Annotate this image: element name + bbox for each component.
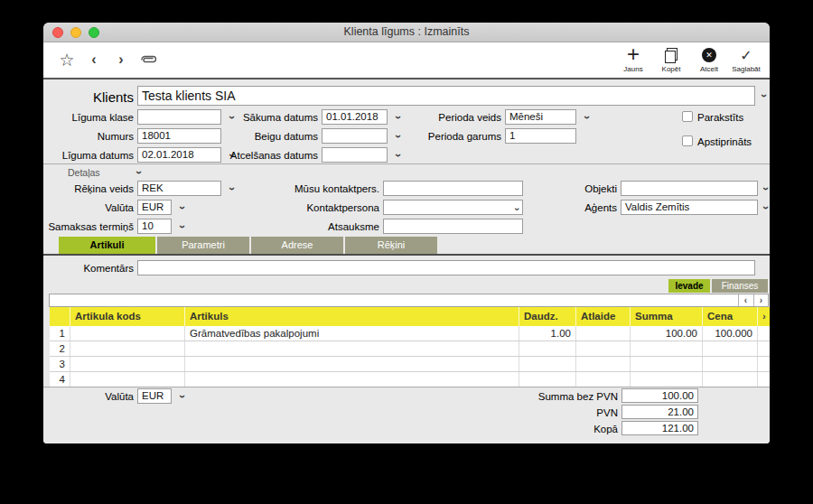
- cell-atlaide[interactable]: [576, 341, 631, 356]
- attachment-icon[interactable]: [137, 42, 161, 77]
- row-number[interactable]: 1: [50, 326, 70, 341]
- cell-artikula-kods[interactable]: [70, 326, 185, 341]
- tab-adrese[interactable]: Adrese: [251, 237, 343, 254]
- cell-artikula-kods[interactable]: [70, 372, 185, 387]
- close-window-button[interactable]: [52, 27, 63, 38]
- klients-field[interactable]: Testa klients SIA: [137, 86, 755, 106]
- cell-summa[interactable]: [631, 372, 703, 387]
- kopa-field[interactable]: 121.00: [621, 421, 698, 435]
- klients-dropdown-icon[interactable]: [759, 90, 770, 101]
- samaksas-termins-dropdown-icon[interactable]: [177, 221, 188, 232]
- cell-daudz[interactable]: 1.00: [519, 326, 576, 341]
- col-atlaide[interactable]: Atlaide: [576, 307, 631, 326]
- objekti-field[interactable]: [621, 181, 758, 196]
- musu-kontaktpers-label: Mūsu kontaktpers.: [244, 183, 379, 194]
- cell-artikula-kods[interactable]: [70, 341, 185, 356]
- detalas-collapse-icon[interactable]: [134, 167, 145, 178]
- cell-cena[interactable]: [703, 372, 758, 387]
- atcelsanas-datums-label: Atcelšanas datums: [182, 150, 318, 161]
- header-scroll-right-icon[interactable]: [758, 307, 770, 326]
- col-artikuls[interactable]: Artikuls: [185, 307, 519, 326]
- footer-divider: [43, 387, 770, 387]
- cell-artikuls[interactable]: [185, 372, 519, 387]
- perioda-veids-dropdown-icon[interactable]: [582, 112, 593, 123]
- footer-valuta-field[interactable]: EUR: [137, 388, 172, 404]
- row-number[interactable]: 4: [50, 372, 70, 387]
- flip-right-icon[interactable]: ›: [753, 294, 768, 306]
- atcelsanas-datums-field[interactable]: [322, 147, 388, 163]
- sakuma-datums-field[interactable]: 01.01.2018: [322, 109, 388, 125]
- valuta-dropdown-icon[interactable]: [177, 202, 188, 213]
- tab-parametri[interactable]: Parametri: [157, 237, 249, 254]
- col-daudz[interactable]: Daudz.: [519, 307, 576, 326]
- footer-valuta-dropdown-icon[interactable]: [177, 391, 188, 402]
- cell-cena[interactable]: 100.000: [703, 326, 758, 341]
- liguma-datums-label: Līguma datums: [43, 150, 134, 161]
- perioda-garums-field[interactable]: 1: [505, 128, 576, 144]
- cell-summa[interactable]: 100.00: [631, 326, 703, 341]
- tab-rekini[interactable]: Rēķini: [345, 237, 437, 254]
- cell-daudz[interactable]: [519, 357, 576, 371]
- app-window: Klienta līgums : Izmainīts ‹ › Jauns Kop…: [43, 23, 770, 443]
- cell-daudz[interactable]: [519, 372, 576, 387]
- liguma-klase-label: Līguma klase: [43, 112, 134, 123]
- cell-artikuls[interactable]: Grāmatvedības pakalpojumi: [185, 326, 519, 341]
- samaksas-termins-field[interactable]: 10: [137, 219, 172, 234]
- samaksas-termins-label: Samaksas termiņš: [43, 221, 134, 232]
- pvn-label: PVN: [482, 407, 618, 418]
- perioda-veids-label: Perioda veids: [396, 112, 501, 123]
- cell-artikula-kods[interactable]: [70, 357, 185, 371]
- save-button-label: Saglabāt: [726, 65, 766, 73]
- back-icon[interactable]: ‹: [85, 42, 103, 77]
- new-button[interactable]: Jauns: [613, 46, 653, 73]
- row-number[interactable]: 3: [50, 357, 70, 371]
- view-ievade-button[interactable]: Ievade: [668, 279, 710, 293]
- row-number[interactable]: 2: [50, 341, 70, 356]
- objekti-dropdown-icon[interactable]: [761, 183, 770, 194]
- table-flip-bar: ‹ ›: [49, 294, 769, 307]
- copy-button[interactable]: Kopēt: [651, 46, 691, 73]
- cell-atlaide[interactable]: [576, 357, 631, 371]
- cell-summa[interactable]: [631, 341, 703, 356]
- apstiprinats-checkbox[interactable]: [682, 135, 693, 146]
- agents-label: Aģents: [481, 202, 617, 213]
- tab-artikuli[interactable]: Artikuli: [59, 237, 155, 254]
- summa-bez-pvn-field[interactable]: 100.00: [621, 388, 698, 403]
- items-table: Artikula kods Artikuls Daudz. Atlaide Su…: [50, 307, 770, 387]
- atsauksme-field[interactable]: [383, 219, 523, 234]
- cell-artikuls[interactable]: [185, 341, 519, 356]
- rekina-veids-field[interactable]: REK: [137, 181, 221, 196]
- rekina-veids-dropdown-icon[interactable]: [227, 183, 238, 194]
- pvn-field[interactable]: 21.00: [621, 405, 698, 419]
- forward-icon[interactable]: ›: [112, 42, 130, 77]
- agents-dropdown-icon[interactable]: [761, 202, 770, 213]
- cell-cena[interactable]: [703, 357, 758, 371]
- cell-summa[interactable]: [631, 357, 703, 371]
- agents-field[interactable]: Valdis Zemītis: [621, 200, 758, 215]
- cell-atlaide[interactable]: [576, 326, 631, 341]
- minimize-window-button[interactable]: [70, 27, 81, 38]
- valuta-field[interactable]: EUR: [137, 200, 172, 215]
- cell-artikuls[interactable]: [185, 357, 519, 371]
- col-cena[interactable]: Cena: [703, 307, 758, 326]
- copy-button-label: Kopēt: [651, 65, 691, 73]
- beigu-datums-field[interactable]: [322, 128, 388, 144]
- col-summa[interactable]: Summa: [631, 307, 703, 326]
- view-finanses-button[interactable]: Finanses: [712, 279, 768, 293]
- tab-divider: [43, 254, 770, 256]
- flip-left-icon[interactable]: ‹: [738, 294, 752, 306]
- parakstits-checkbox[interactable]: [682, 111, 693, 122]
- beigu-datums-label: Beigu datums: [182, 131, 318, 142]
- komentars-field[interactable]: [137, 260, 755, 275]
- favorite-star-icon[interactable]: [56, 42, 78, 77]
- cancel-button[interactable]: Atcelt: [689, 46, 729, 73]
- cell-atlaide[interactable]: [576, 372, 631, 387]
- save-button[interactable]: Saglabāt: [726, 46, 766, 73]
- cell-cena[interactable]: [703, 341, 758, 356]
- cell-daudz[interactable]: [519, 341, 576, 356]
- summa-bez-pvn-label: Summa bez PVN: [482, 391, 618, 402]
- atcelsanas-datums-dropdown-icon[interactable]: [393, 150, 404, 161]
- col-artikula-kods[interactable]: Artikula kods: [70, 307, 185, 326]
- zoom-window-button[interactable]: [89, 27, 99, 38]
- perioda-veids-field[interactable]: Mēneši: [505, 109, 576, 125]
